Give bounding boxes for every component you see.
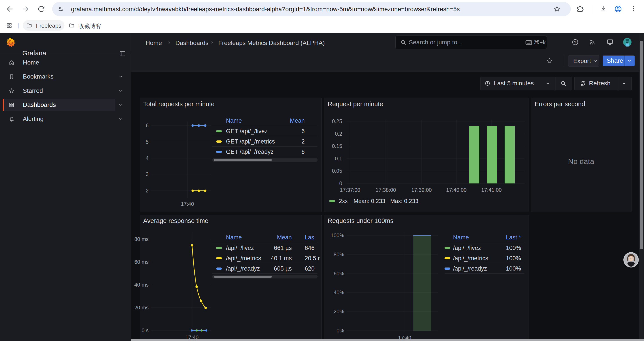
star-icon [9, 88, 14, 94]
chevron-down-icon [627, 59, 632, 63]
legend-series-name[interactable]: /api/_/livez [226, 245, 254, 251]
breadcrumb-chevron-icon [167, 40, 172, 45]
chevron-down-icon[interactable] [118, 74, 123, 79]
browser-menu-icon[interactable] [630, 5, 638, 13]
y-tick: 6 [127, 122, 148, 129]
bookmarks-bar: Freeleaps 收藏博客 [0, 18, 644, 33]
profile-icon[interactable] [614, 5, 622, 13]
legend-col-last[interactable]: Las [305, 234, 314, 241]
folder-icon [26, 23, 32, 28]
chevron-down-icon[interactable] [118, 103, 123, 107]
news-rss-icon[interactable] [589, 39, 596, 46]
chevron-down-icon [622, 81, 626, 86]
legend-scrollbar-thumb[interactable] [214, 159, 272, 161]
downloads-icon[interactable] [600, 5, 607, 12]
no-data-message: No data [531, 157, 631, 166]
legend-mean: Mean: 0.233 [354, 198, 385, 204]
bookmark-star-icon[interactable] [554, 6, 560, 12]
zoom-out-button[interactable] [556, 77, 572, 90]
time-range-picker[interactable]: Last 5 minutes [481, 77, 555, 90]
breadcrumb-home[interactable]: Home [146, 40, 162, 47]
legend-series-mean: 605 µs [252, 265, 292, 272]
sidebar-item-starred[interactable]: Starred [3, 85, 115, 97]
breadcrumb-dashboards[interactable]: Dashboards [175, 40, 208, 47]
legend-series-mean: 6 [263, 149, 305, 155]
sidebar-item-label: Bookmarks [23, 73, 54, 80]
share-caret-button[interactable] [624, 56, 634, 66]
sidebar-item-dashboards[interactable]: Dashboards [3, 99, 115, 111]
y-tick: 0 [319, 180, 342, 187]
forward-icon[interactable] [22, 5, 29, 13]
collapse-sidebar-icon[interactable] [119, 51, 126, 57]
y-tick: 100% [318, 232, 344, 238]
y-tick: 0.1 [319, 156, 342, 162]
series-swatch [329, 200, 335, 202]
reload-icon[interactable] [38, 5, 45, 13]
y-tick: 80 ms [120, 236, 148, 242]
panel-errors-per-second [531, 98, 632, 212]
chevron-down-icon[interactable] [118, 88, 123, 93]
series-swatch [216, 247, 222, 249]
site-settings-icon[interactable] [58, 6, 64, 12]
bookmark-icon [9, 74, 14, 80]
legend-col-name[interactable]: Name [226, 117, 242, 124]
panel-title[interactable]: Errors per second [534, 101, 585, 108]
favorite-star-icon[interactable] [546, 58, 553, 64]
legend-series-mean: 2 [263, 138, 305, 145]
legend-series-mean: 40.1 ms [252, 255, 292, 262]
browser-toolbar [0, 0, 644, 18]
monitor-icon[interactable] [606, 39, 614, 46]
legend-col-last[interactable]: Last * [489, 234, 521, 241]
refresh-interval-caret[interactable] [618, 77, 631, 90]
assistant-avatar[interactable] [623, 252, 639, 268]
y-tick: 40% [318, 289, 344, 295]
dashboard-toolbar [131, 51, 644, 72]
series-2xx-bars [469, 126, 515, 183]
share-button[interactable]: Share [603, 56, 624, 66]
sidebar-item-alerting[interactable]: Alerting [3, 113, 115, 125]
chevron-down-icon[interactable] [118, 117, 123, 121]
chevron-down-icon [546, 81, 550, 86]
legend-series-mean: 661 µs [252, 245, 292, 251]
legend-series-name[interactable]: 2xx [339, 198, 348, 204]
folder-icon [69, 23, 74, 28]
page-scrollbar-thumb[interactable] [640, 41, 643, 249]
legend-series-name[interactable]: /api/_/readyz [453, 265, 487, 272]
extensions-icon[interactable] [576, 5, 584, 12]
apps-grid-icon[interactable] [6, 22, 12, 29]
bookmark-folder-freeleaps[interactable]: Freeleaps [23, 20, 64, 31]
y-tick: 2 [127, 188, 148, 194]
sidebar-item-label: Alerting [23, 115, 44, 122]
legend-series-name[interactable]: GET /api/_/livez [226, 128, 268, 135]
legend-series-name[interactable]: /api/_/livez [453, 245, 481, 251]
legend-col-mean[interactable]: Mean [252, 234, 292, 241]
legend-col-name[interactable]: Name [226, 234, 242, 241]
breadcrumb-chevron-icon [210, 40, 214, 45]
legend-series-last: 20.5 r [305, 255, 320, 262]
legend-col-mean[interactable]: Mean [263, 117, 305, 124]
legend-scrollbar-thumb[interactable] [214, 276, 272, 278]
help-icon[interactable]: ? [572, 39, 579, 46]
user-avatar[interactable] [623, 38, 632, 47]
bookmark-folder-blogs[interactable]: 收藏博客 [67, 20, 111, 31]
legend-col-name[interactable]: Name [453, 234, 469, 241]
y-tick: 3 [127, 171, 148, 177]
sidebar-item-home[interactable]: Home [3, 56, 115, 69]
refresh-controls: Refresh [574, 77, 632, 90]
search-input[interactable] [408, 36, 523, 49]
x-tick: 17:37:00 [334, 187, 366, 193]
back-icon[interactable] [6, 5, 14, 13]
sidebar-item-bookmarks[interactable]: Bookmarks [3, 71, 115, 83]
series-swatch [216, 257, 222, 259]
search-box[interactable]: ⌘+k [396, 36, 547, 49]
horizontal-scrollbar[interactable] [131, 339, 644, 341]
time-range-label: Last 5 minutes [494, 80, 534, 87]
address-bar[interactable] [52, 2, 571, 16]
url-input[interactable] [70, 2, 549, 17]
legend-series-name[interactable]: /api/_/metrics [453, 255, 488, 262]
legend-series-last: 646 [305, 245, 314, 251]
refresh-button[interactable]: Refresh [574, 77, 618, 90]
grafana-logo[interactable] [6, 37, 16, 48]
export-button[interactable]: Export [568, 56, 599, 67]
y-tick: 4 [127, 155, 148, 161]
